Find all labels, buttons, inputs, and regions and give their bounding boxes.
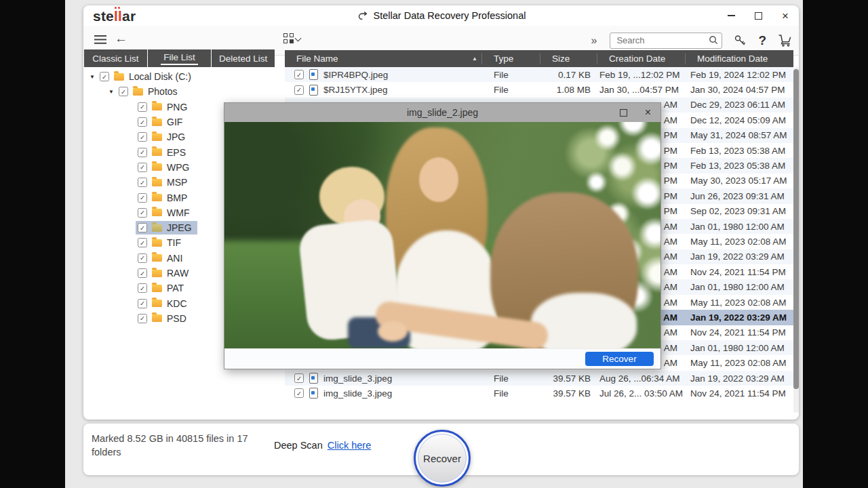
tree-item-body[interactable]: ✓GIF (136, 115, 188, 129)
column-label: Creation Date (597, 54, 665, 64)
file-name: $RJ15YTX.jpeg (323, 85, 388, 95)
activation-key-icon[interactable] (734, 34, 747, 47)
view-mode-button[interactable] (283, 33, 300, 43)
tree-item-body[interactable]: ✓PAT (136, 281, 189, 295)
photo-hand (378, 321, 408, 342)
menu-icon[interactable] (94, 35, 106, 44)
tree-item-body[interactable]: ✓MSP (136, 176, 193, 189)
folder-icon (152, 194, 162, 201)
cell-modification-date: Feb 13, 2023 05:38 AM (685, 161, 792, 171)
column-header-type[interactable]: Type (481, 53, 540, 64)
window-title: Stellar Data Recovery Professional (374, 10, 526, 21)
checkbox[interactable]: ✓ (138, 238, 147, 247)
cell-modification-date: May 31, 2024 08:57 AM (685, 130, 792, 140)
tree-item-body[interactable]: ✓JPG (136, 130, 191, 144)
preview-recover-button[interactable]: Recover (585, 352, 654, 366)
help-icon[interactable]: ? (758, 33, 766, 48)
column-header-size[interactable]: Size (540, 53, 597, 64)
checkbox[interactable]: ✓ (119, 87, 128, 96)
preview-title: img_slide_2.jpeg (224, 107, 660, 118)
folder-icon (152, 314, 162, 322)
cart-icon[interactable] (778, 34, 792, 47)
cell-type: File (481, 373, 540, 384)
maximize-button[interactable] (753, 10, 764, 21)
tree-item-body[interactable]: ✓JPEG (136, 221, 197, 235)
tree-item-body[interactable]: ✓PSD (136, 312, 192, 325)
close-button[interactable]: × (780, 10, 791, 21)
tab-classic-list[interactable]: Classic List (84, 49, 147, 67)
table-row[interactable]: ✓$RJ15YTX.jpegFile1.08 MBJan 30, ...04:5… (285, 82, 793, 97)
checkbox[interactable]: ✓ (138, 253, 147, 263)
scan-back-icon (357, 10, 368, 22)
tree-item-body[interactable]: ✓WPG (136, 161, 195, 174)
cell-modification-date: Jun 26, 2023 09:31 AM (685, 191, 792, 201)
checkbox[interactable]: ✓ (138, 148, 147, 157)
recover-button-label: Recover (418, 434, 467, 483)
checkbox[interactable]: ✓ (138, 283, 147, 293)
preview-photo (224, 122, 660, 350)
tree-item-label: PSD (167, 313, 186, 324)
checkbox[interactable]: ✓ (294, 388, 304, 398)
search-input[interactable] (615, 34, 706, 47)
tree-item-body[interactable]: ✓RAW (136, 266, 194, 280)
expander-icon[interactable]: ▼ (106, 89, 117, 95)
checkbox[interactable]: ✓ (294, 70, 304, 79)
table-row[interactable]: ✓img_slide_3.jpegFile39.57 KBAug 26, ...… (285, 371, 793, 386)
preview-title-bar[interactable]: img_slide_2.jpeg × (224, 103, 660, 122)
checkbox[interactable]: ✓ (138, 163, 147, 172)
checkbox[interactable]: ✓ (100, 72, 109, 81)
table-row[interactable]: ✓img_slide_3.jpegFile39.57 KBJul 26, 2..… (285, 386, 793, 401)
checkbox[interactable]: ✓ (138, 193, 147, 203)
tree-item-body[interactable]: ✓Photos (117, 85, 183, 98)
tree-item-body[interactable]: ✓KDC (136, 297, 193, 310)
checkbox[interactable]: ✓ (138, 208, 147, 218)
scrollbar-thumb[interactable] (793, 69, 799, 389)
folder-icon (152, 270, 162, 277)
cell-modification-date: Nov 24, 2021 11:54 PM (685, 327, 792, 338)
checkbox[interactable]: ✓ (138, 102, 147, 112)
deep-scan-link[interactable]: Click here (328, 440, 371, 451)
tree-item-body[interactable]: ✓Local Disk (C:) (98, 70, 197, 83)
column-header-modification-date[interactable]: Modification Date (685, 53, 792, 64)
checkbox[interactable]: ✓ (138, 268, 147, 278)
tree-item-photos[interactable]: ▼✓Photos (83, 84, 279, 99)
column-header-creation-date[interactable]: Creation Date (597, 53, 685, 64)
checkbox[interactable]: ✓ (138, 299, 147, 308)
file-name: $IPR4BPQ.jpeg (323, 70, 388, 80)
cell-creation-date: Feb 19, ...12:02 PM (597, 70, 685, 80)
checkbox[interactable]: ✓ (138, 117, 147, 127)
tree-item-body[interactable]: ✓PNG (136, 100, 193, 114)
tree-item-body[interactable]: ✓BMP (136, 191, 193, 205)
preview-close-button[interactable]: × (645, 106, 651, 119)
checkbox[interactable]: ✓ (138, 178, 147, 187)
tree-item-label: EPS (167, 147, 186, 158)
tree-item-label: BMP (167, 192, 187, 203)
checkbox[interactable]: ✓ (294, 373, 304, 383)
deep-scan-group: Deep Scan Click here (274, 440, 371, 451)
checkbox[interactable]: ✓ (138, 132, 147, 142)
minimize-button[interactable] (726, 10, 736, 21)
checkbox[interactable]: ✓ (294, 85, 304, 95)
recover-button[interactable]: Recover (414, 430, 471, 487)
checkbox[interactable]: ✓ (138, 223, 147, 232)
sort-asc-icon: ▲ (472, 56, 477, 62)
expander-icon[interactable]: ▼ (87, 74, 98, 80)
tree-item-body[interactable]: ✓WMF (136, 206, 195, 220)
table-row[interactable]: ✓$IPR4BPQ.jpegFile0.17 KBFeb 19, ...12:0… (285, 67, 793, 82)
photo-girl-top (531, 293, 637, 350)
column-header-file-name[interactable]: File Name▲ (285, 53, 481, 64)
tree-item-body[interactable]: ✓EPS (136, 146, 191, 159)
table-scrollbar[interactable] (793, 67, 799, 413)
checkbox[interactable]: ✓ (138, 314, 147, 323)
tree-item-local-disk-c-[interactable]: ▼✓Local Disk (C:) (83, 69, 279, 84)
cell-modification-date: Dec 29, 2023 06:11 AM (685, 100, 792, 110)
window-title-group: Stellar Data Recovery Professional (83, 5, 799, 26)
cell-creation-date: Aug 26, ...06:34 AM (597, 373, 685, 384)
tab-deleted-list[interactable]: Deleted List (212, 49, 275, 67)
tree-item-body[interactable]: ✓TIF (136, 236, 186, 249)
overflow-chevrons-icon[interactable]: » (591, 35, 597, 47)
back-button[interactable]: ← (115, 31, 127, 46)
tab-file-list[interactable]: File List (148, 49, 211, 67)
preview-maximize-button[interactable] (620, 109, 627, 117)
tree-item-body[interactable]: ✓ANI (136, 251, 188, 265)
